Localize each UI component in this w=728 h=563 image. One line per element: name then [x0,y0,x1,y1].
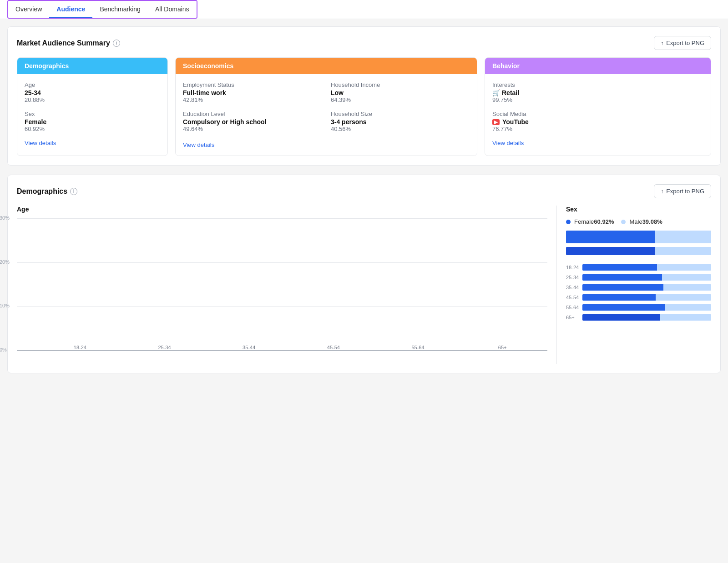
tab-benchmarking[interactable]: Benchmarking [92,1,148,18]
age-breakdown-bars: 18-24 25-34 [566,264,711,321]
behavior-summary-card: Behavior Interests 🛒 Retail 99.75% Socia… [485,57,711,156]
social-media-label: Social Media [492,111,703,117]
male-pct: 39.08% [642,218,662,225]
age-bar-label-35-44: 35-44 [566,285,582,290]
age-chart-title: Age [17,206,547,213]
age-label: Age [25,81,160,88]
age-pct: 20.88% [25,96,160,103]
age-bar-row-25-34: 25-34 [566,274,711,281]
education-value: Compulsory or High school [183,118,322,126]
male-dot [621,220,626,224]
y-label-30: 30% [0,215,10,221]
upload-icon: ↑ [661,40,663,46]
socioeconomics-summary-card: Socioeconomics Employment Status Full-ti… [175,57,477,156]
y-label-20: 20% [0,259,10,265]
interests-label: Interests [492,81,703,88]
age-bar-label-65plus: 65+ [566,315,582,320]
tab-all-domains[interactable]: All Domains [148,1,197,18]
sex-value: Female [25,118,160,126]
sex-pct: 60.92% [25,126,160,132]
interests-value: Retail [502,89,519,96]
sex-panel: Sex Female 60.92% Male 39.08% [556,206,711,364]
household-size-label: Household Size [331,111,470,117]
sex-title: Sex [566,206,711,213]
age-chart: Age 30% 20% 10% [17,206,556,364]
age-bar-row-65plus: 65+ [566,314,711,321]
market-audience-summary-card: Market Audience Summary i ↑ Export to PN… [7,26,721,166]
youtube-icon: ▶ [492,119,500,125]
tab-overview[interactable]: Overview [8,1,49,18]
bar-55-64: 55-64 [378,341,459,350]
demographics-info-icon[interactable]: i [70,188,77,195]
socioeconomics-view-details[interactable]: View details [183,141,470,148]
interests-pct: 99.75% [492,96,703,103]
female-dot [566,220,571,224]
age-bar-label-45-54: 45-54 [566,295,582,300]
age-bar-label-55-64: 55-64 [566,305,582,310]
summary-info-icon[interactable]: i [113,40,120,47]
bar-65plus: 65+ [462,341,543,350]
age-value: 25-34 [25,89,160,96]
social-pct: 76.77% [492,126,703,132]
male-legend-label: Male [629,218,642,225]
summary-card-title: Market Audience Summary [17,39,110,47]
age-bar-row-55-64: 55-64 [566,304,711,311]
behavior-view-details[interactable]: View details [492,140,703,146]
education-label: Education Level [183,111,322,117]
age-bar-label-25-34: 25-34 [566,275,582,280]
tab-audience[interactable]: Audience [49,1,92,18]
y-label-10: 10% [0,303,10,308]
household-size-value: 3-4 persons [331,118,470,126]
household-income-value: Low [331,89,470,96]
demographics-header: Demographics [25,62,69,70]
y-label-0: 0% [0,347,7,352]
bar-35-44: 35-44 [208,341,289,350]
sex-legend: Female 60.92% Male 39.08% [566,218,711,225]
demographics-card-title: Demographics [17,187,67,196]
overall-stacked-bar-2 [566,247,711,255]
demographics-card: Demographics i ↑ Export to PNG Age 30% [7,175,721,373]
employment-label: Employment Status [183,81,322,88]
demographics-export-button[interactable]: ↑ Export to PNG [654,184,711,198]
summary-export-button[interactable]: ↑ Export to PNG [654,36,711,50]
household-size-pct: 40.56% [331,126,470,132]
social-value: YouTube [502,118,529,126]
education-pct: 49.64% [183,126,322,132]
household-income-pct: 64.39% [331,96,470,103]
employment-pct: 42.81% [183,96,322,103]
demographics-upload-icon: ↑ [661,188,663,195]
age-bar-row-35-44: 35-44 [566,284,711,291]
age-bar-label-18-24: 18-24 [566,265,582,270]
demographics-summary-card: Demographics Age 25-34 20.88% Sex Female… [17,57,168,156]
bar-25-34: 25-34 [124,341,205,350]
employment-value: Full-time work [183,89,322,96]
sex-label: Sex [25,111,160,117]
female-legend-label: Female [574,218,594,225]
female-pct: 60.92% [594,218,614,225]
cart-icon: 🛒 [492,89,500,96]
bar-18-24: 18-24 [40,341,121,350]
socioeconomics-header: Socioeconomics [183,62,233,70]
demographics-view-details[interactable]: View details [25,140,160,146]
overall-stacked-bar-1 [566,231,711,243]
household-income-label: Household Income [331,81,470,88]
bar-45-54: 45-54 [293,341,374,350]
behavior-header: Behavior [492,62,520,70]
age-bar-row-45-54: 45-54 [566,294,711,301]
age-bar-row-18-24: 18-24 [566,264,711,271]
